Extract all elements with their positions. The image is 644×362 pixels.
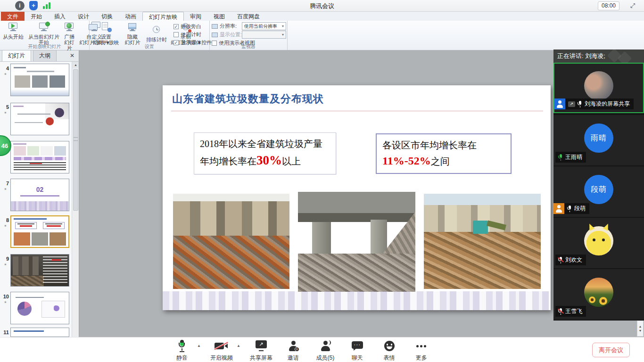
tab-design[interactable]: 设计 — [72, 12, 95, 21]
ribbon-tabs: 文件 开始 插入 设计 切换 动画 幻灯片放映 审阅 视图 百度网盘 — [0, 12, 644, 21]
share-screen-button[interactable]: ↗ 共享屏幕 — [250, 340, 272, 362]
mic-muted-icon — [558, 257, 563, 263]
participant-name-tag: 王雪飞 — [555, 306, 586, 317]
slide-number: 4 — [2, 66, 9, 71]
splitter-grip[interactable] — [74, 137, 78, 141]
share-screen-icon: ↗ — [255, 340, 267, 352]
chat-bubble-icon: ··· — [352, 341, 363, 351]
dropdown-arrow-icon: ▾ — [282, 24, 284, 28]
tab-slideshow[interactable]: 幻灯片放映 — [142, 12, 184, 21]
participant-name-tag: ↗ 刘海凌的屏幕共享 — [565, 99, 634, 109]
close-panel-icon[interactable]: ✕ — [68, 52, 76, 59]
slide-number: 9 — [2, 256, 9, 262]
rehearse-timings-button[interactable]: 排练计时 — [144, 25, 169, 42]
mic-options-caret[interactable]: ▲ — [197, 344, 201, 362]
reactions-button[interactable]: 表情 — [378, 340, 401, 362]
members-icon — [320, 340, 331, 352]
next-slide-icon[interactable]: ▼ — [639, 329, 642, 332]
tab-transitions[interactable]: 切换 — [95, 12, 119, 21]
participant-name-tag: 王雨晴 — [555, 152, 586, 163]
slide-canvas[interactable]: 山东省建筑垃圾数量及分布现状 2018年以来全省建筑垃圾产量年均增长率在30%以… — [163, 85, 551, 310]
video-tile-wangyuqing[interactable]: 雨晴 王雨晴 — [553, 115, 644, 165]
ribbon-body: 从头开始 从当前幻灯片 开始 广播 幻灯片 自定义 幻灯片放映 ▾ 开始 — [0, 21, 644, 50]
slide-thumbnail-5[interactable] — [10, 103, 69, 135]
tab-outline[interactable]: 大纲 — [33, 50, 57, 61]
show-on-icon — [212, 33, 218, 37]
tab-home[interactable]: 开始 — [25, 12, 48, 21]
tab-view[interactable]: 视图 — [207, 12, 231, 21]
previous-slide-icon[interactable]: ▲ — [639, 325, 642, 328]
leave-meeting-button[interactable]: 离开会议 — [592, 343, 630, 357]
screen-share-icon: ↗ — [568, 101, 575, 107]
transition-star-icon: ✶ — [4, 187, 7, 191]
tab-review[interactable]: 审阅 — [184, 12, 207, 21]
slide-number: 5 — [2, 104, 9, 110]
monitor-current-icon — [38, 22, 50, 33]
members-button[interactable]: 成员(5) — [314, 340, 337, 362]
slide-thumbnail-8-current[interactable] — [10, 215, 69, 248]
app-title: 腾讯会议 — [0, 2, 644, 10]
slide-thumbnail-4[interactable] — [10, 64, 69, 96]
slide-nav-scrollbar[interactable]: ▲ ▼ — [637, 321, 644, 337]
tab-file[interactable]: 文件 — [1, 12, 25, 21]
slide-title: 山东省建筑垃圾数量及分布现状 — [172, 92, 324, 106]
ppt-ribbon: 文件 开始 插入 设计 切换 动画 幻灯片放映 审阅 视图 百度网盘 从头开始 … — [0, 12, 644, 50]
video-tile-liuhuanwen[interactable]: 刘欢文 — [553, 218, 644, 268]
resolution-row: 分辨率: — [212, 23, 237, 30]
scroll-up-icon[interactable]: ▲ — [72, 62, 79, 68]
more-button[interactable]: 更多 — [410, 340, 433, 362]
transition-star-icon: ✶ — [4, 111, 7, 115]
cohost-badge-icon — [553, 203, 564, 214]
avatar-initials: 雨晴 — [584, 123, 613, 153]
video-tile-liuhailing[interactable]: ↗ 刘海凌的屏幕共享 — [553, 63, 644, 113]
dropdown-arrow-icon: ▾ — [282, 33, 284, 37]
slide-thumbnail-6[interactable] — [10, 141, 69, 173]
monitor-play-icon — [7, 22, 19, 33]
thumbnails-scrollbar[interactable]: ▲ — [72, 62, 79, 337]
tab-slides-thumbnails[interactable]: 幻灯片 — [2, 50, 31, 61]
participant-name-tag: 段萌 — [564, 203, 589, 214]
slide-thumbnail-10[interactable] — [10, 292, 69, 324]
from-current-slide-button[interactable]: 从当前幻灯片 开始 — [25, 22, 62, 45]
hide-slide-button[interactable]: 隐藏 幻灯片 — [122, 22, 143, 45]
avatar-sunflowers — [584, 278, 613, 307]
avatar-pikachu — [584, 226, 613, 255]
invite-person-icon: + — [288, 340, 299, 352]
slide-thumbnail-9[interactable] — [10, 254, 69, 287]
photo-overpass-debris — [298, 192, 415, 292]
checkbox-empty-icon — [173, 32, 179, 37]
slide-thumbnail-11[interactable] — [10, 328, 69, 337]
mic-on-icon — [578, 101, 582, 107]
group-label-start-slideshow: 开始放映幻灯片 — [0, 43, 89, 50]
video-tile-duanmeng[interactable]: 段萌 段萌 — [553, 166, 644, 217]
mute-button[interactable]: 静音 — [171, 340, 193, 362]
video-tile-wangxuefei[interactable]: 王雪飞 — [553, 269, 644, 320]
tab-insert[interactable]: 插入 — [48, 12, 72, 21]
resolution-dropdown[interactable]: 使用当前分辨率 ▾ — [242, 22, 286, 30]
more-dots-icon — [416, 341, 426, 351]
from-beginning-button[interactable]: 从头开始 — [1, 22, 25, 40]
photo-excavator-site — [424, 194, 541, 289]
exit-fullscreen-icon[interactable]: ⤢ — [628, 1, 637, 10]
setup-slideshow-button[interactable]: 设置 幻灯片放映 — [91, 22, 121, 45]
resolution-icon — [212, 24, 218, 29]
decor-diamond — [617, 51, 632, 63]
tab-baidu-netdisk[interactable]: 百度网盘 — [231, 12, 266, 21]
group-label-monitors: 监视器 — [210, 43, 287, 50]
transition-star-icon: ✶ — [4, 263, 7, 267]
group-monitors: 分辨率: 使用当前分辨率 ▾ 显示位置: ▾ 使用演示者视图 — [210, 21, 288, 50]
meeting-toolbar: 静音 ▲ 开启视频 ▲ ↗ 共享屏幕 + 邀请 成员(5) — [0, 337, 644, 362]
smiley-icon — [384, 341, 395, 351]
mic-on-icon — [558, 154, 563, 161]
slide-number: 11 — [2, 329, 9, 335]
chat-button[interactable]: ··· 聊天 — [346, 340, 369, 362]
video-options-caret[interactable]: ▲ — [237, 344, 240, 362]
slide-thumbnail-7[interactable]: 02 — [10, 179, 69, 211]
mic-muted-icon — [558, 308, 563, 315]
checkbox-checked-icon: ✓ — [173, 24, 179, 29]
invite-button[interactable]: + 邀请 — [282, 340, 305, 362]
section-number: 02 — [11, 186, 69, 193]
tab-animations[interactable]: 动画 — [119, 12, 142, 21]
start-video-button[interactable]: 开启视频 — [210, 340, 233, 362]
picture-slide-icon — [126, 22, 139, 33]
